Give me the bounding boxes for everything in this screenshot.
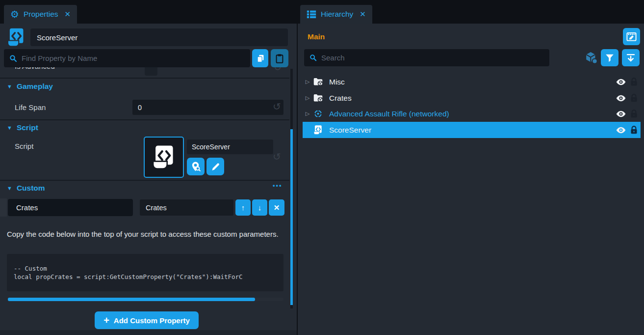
clipboard-icon (274, 53, 285, 64)
lock-icon[interactable] (630, 109, 638, 118)
code-snippet-block[interactable]: -- Custom local propCrates = script:GetC… (7, 254, 283, 291)
section-script[interactable]: ▼ Script (7, 123, 38, 132)
tree-row-crates[interactable]: ▷ Crates (303, 90, 641, 106)
tree-row-scoreserver[interactable]: ScoreServer (303, 122, 641, 138)
close-icon[interactable]: ✕ (360, 10, 366, 19)
properties-tab-label: Properties (24, 10, 58, 19)
section-gameplay-title: Gameplay (17, 82, 53, 91)
custom-param-name-input[interactable] (8, 199, 133, 216)
custom-help-text: Copy the code below into the top of your… (7, 229, 280, 239)
section-script-title: Script (17, 123, 38, 132)
horizontal-scrollbar-thumb[interactable] (8, 298, 255, 301)
custom-param-value-input[interactable] (140, 199, 233, 216)
horizontal-scrollbar-track[interactable] (8, 298, 283, 301)
lock-icon[interactable] (630, 77, 638, 86)
add-custom-property-label: Add Custom Property (114, 316, 190, 325)
tab-properties[interactable]: ⚙ Properties ✕ (4, 5, 77, 24)
code-line: local propCrates = script:GetCustomPrope… (14, 273, 283, 281)
expander-icon[interactable]: ▷ (305, 79, 310, 85)
section-gameplay[interactable]: ▼ Gameplay (7, 82, 53, 91)
hierarchy-list-icon (307, 9, 316, 19)
section-custom[interactable]: ▼ Custom (7, 184, 45, 193)
calendar-rocket-icon (626, 31, 637, 42)
paste-properties-button[interactable] (271, 49, 288, 67)
hierarchy-tab-label: Hierarchy (321, 10, 353, 19)
script-icon (313, 125, 323, 135)
copy-properties-button[interactable] (252, 49, 268, 67)
expander-icon[interactable]: ▷ (305, 111, 310, 117)
networked-cube-icon[interactable] (584, 51, 598, 65)
tree-row-misc[interactable]: ▷ Misc (303, 74, 641, 90)
remove-param-button[interactable]: ✕ (269, 199, 284, 216)
is-advanced-checkbox[interactable] (145, 67, 157, 76)
collapse-all-button[interactable] (622, 49, 640, 66)
hierarchy-body: Main ▷ Misc ▷ Crates (298, 24, 644, 335)
tab-hierarchy[interactable]: Hierarchy ✕ (300, 5, 372, 24)
up-arrow-icon: ↑ (241, 203, 245, 212)
visibility-eye-icon[interactable] (616, 93, 626, 104)
scene-label: Main (308, 32, 325, 41)
object-name-input[interactable] (30, 28, 288, 46)
reset-icon[interactable]: ↺ (274, 67, 282, 72)
move-param-down-button[interactable]: ↓ (252, 199, 267, 216)
divider (0, 119, 289, 120)
code-line: -- Custom (14, 264, 283, 273)
vertical-scrollbar-track[interactable] (290, 69, 293, 308)
hierarchy-panel: Hierarchy ✕ Main ▷ Misc ▷ Crate (298, 0, 644, 335)
collapse-arrow-icon (625, 53, 636, 63)
chevron-down-icon: ▼ (7, 125, 12, 131)
properties-gear-icon: ⚙ (10, 9, 19, 19)
copy-icon (255, 53, 266, 64)
tree-item-label: ScoreServer (329, 126, 371, 135)
vertical-scrollbar-thumb[interactable] (290, 129, 293, 305)
chevron-down-icon: ▼ (7, 185, 12, 191)
expander-icon[interactable]: ▷ (305, 95, 310, 101)
reset-icon[interactable]: ↺ (273, 152, 281, 162)
tree-item-label: Advanced Assault Rifle (networked) (329, 110, 449, 118)
funnel-icon (604, 53, 615, 63)
life-span-label: Life Span (15, 103, 46, 112)
visibility-eye-icon[interactable] (616, 125, 626, 136)
script-asset-thumbnail[interactable] (144, 137, 184, 178)
edit-script-button[interactable] (206, 158, 224, 175)
close-icon[interactable]: ✕ (65, 10, 71, 19)
script-icon (6, 27, 26, 48)
properties-panel: ⚙ Properties ✕ Is Advanced ↺ ▼ (0, 0, 297, 335)
hierarchy-search (304, 49, 549, 66)
life-span-input[interactable] (132, 100, 283, 115)
divider (0, 78, 289, 79)
property-search (4, 49, 250, 67)
folder-cube-icon (313, 93, 323, 103)
is-advanced-label: Is Advanced (15, 67, 55, 70)
chevron-down-icon: ▼ (7, 84, 12, 89)
publish-event-button[interactable] (623, 28, 640, 45)
down-arrow-icon: ↓ (258, 203, 262, 212)
properties-scroll-area: Is Advanced ↺ ▼ Gameplay Life Span ↺ ▼ S… (0, 67, 289, 309)
overflow-menu-icon[interactable]: ••• (273, 182, 283, 189)
script-name-field[interactable]: ScoreServer (187, 140, 273, 154)
script-row-label: Script (15, 142, 33, 150)
lock-icon[interactable] (630, 93, 638, 103)
visibility-eye-icon[interactable] (616, 77, 626, 87)
reset-icon[interactable]: ↺ (273, 102, 281, 112)
add-custom-property-button[interactable]: + Add Custom Property (95, 311, 199, 329)
pin-search-icon (190, 161, 202, 172)
properties-body: Is Advanced ↺ ▼ Gameplay Life Span ↺ ▼ S… (0, 24, 297, 335)
tree-item-label: Misc (329, 78, 345, 86)
target-icon (313, 109, 323, 119)
lock-icon[interactable] (630, 125, 638, 135)
filter-button[interactable] (601, 49, 618, 66)
visibility-eye-icon[interactable] (616, 109, 626, 119)
property-search-input[interactable] (22, 54, 245, 62)
pencil-icon (210, 162, 221, 172)
param-drag-handle[interactable] (0, 198, 7, 217)
tree-row-assault-rifle[interactable]: ▷ Advanced Assault Rifle (networked) (303, 106, 641, 122)
panel-footer (0, 330, 297, 335)
move-param-up-button[interactable]: ↑ (235, 199, 251, 216)
folder-cube-icon (313, 77, 323, 87)
find-script-button[interactable] (187, 158, 205, 175)
search-icon (9, 54, 18, 63)
script-icon (151, 144, 177, 170)
hierarchy-search-input[interactable] (321, 54, 544, 62)
search-icon (309, 54, 317, 62)
